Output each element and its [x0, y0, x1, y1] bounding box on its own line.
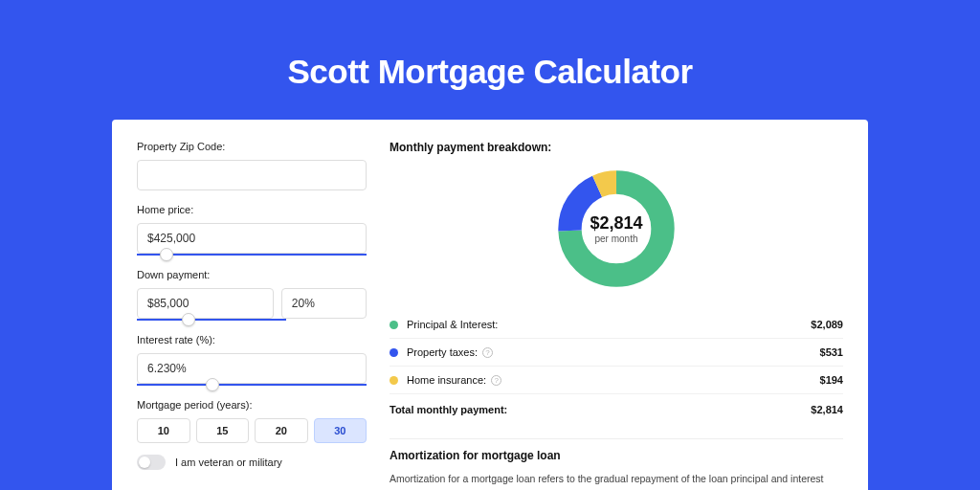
interest-slider-thumb[interactable]: [206, 378, 219, 391]
total-row: Total monthly payment: $2,814: [390, 394, 843, 423]
legend-row: Property taxes:?$531: [390, 339, 843, 367]
legend-item-label: Principal & Interest:: [407, 319, 811, 330]
interest-label: Interest rate (%):: [137, 334, 367, 345]
page-title: Scott Mortgage Calculator: [0, 53, 980, 91]
down-payment-slider[interactable]: [137, 319, 286, 321]
home-price-slider-thumb[interactable]: [160, 248, 173, 261]
down-payment-field: Down payment:: [137, 269, 367, 321]
total-value: $2,814: [811, 404, 843, 415]
period-button-10[interactable]: 10: [137, 418, 190, 443]
down-payment-pct-input[interactable]: [281, 288, 367, 319]
veteran-toggle-knob: [139, 457, 150, 468]
legend-dot-icon: [390, 376, 398, 385]
interest-slider[interactable]: [137, 384, 367, 386]
zip-field: Property Zip Code:: [137, 141, 367, 190]
home-price-field: Home price:: [137, 204, 367, 256]
amortization-text: Amortization for a mortgage loan refers …: [390, 472, 843, 490]
legend-dot-icon: [390, 348, 398, 357]
legend-list: Principal & Interest:$2,089Property taxe…: [390, 311, 843, 394]
period-button-15[interactable]: 15: [196, 418, 250, 443]
calculator-card: Property Zip Code: Home price: Down paym…: [112, 120, 868, 490]
donut-chart: $2,814 per month: [390, 167, 843, 290]
legend-item-value: $2,089: [811, 319, 843, 330]
interest-input[interactable]: [137, 353, 367, 384]
interest-field: Interest rate (%):: [137, 334, 367, 386]
amortization-title: Amortization for mortgage loan: [390, 449, 843, 462]
page-root: Scott Mortgage Calculator Property Zip C…: [0, 0, 980, 490]
legend-item-label: Property taxes:?: [407, 346, 820, 358]
zip-label: Property Zip Code:: [137, 141, 367, 152]
veteran-toggle[interactable]: [137, 455, 166, 470]
donut-total: $2,814: [590, 213, 642, 234]
veteran-row: I am veteran or military: [137, 455, 367, 470]
inputs-column: Property Zip Code: Home price: Down paym…: [137, 141, 367, 481]
legend-row: Home insurance:?$194: [390, 367, 843, 394]
breakdown-column: Monthly payment breakdown: $2,814 per mo…: [390, 141, 843, 481]
legend-item-label: Home insurance:?: [407, 374, 820, 386]
donut-center: $2,814 per month: [590, 213, 642, 244]
down-payment-input[interactable]: [137, 288, 274, 319]
legend-item-value: $194: [820, 374, 843, 386]
legend-dot-icon: [390, 321, 398, 329]
down-payment-label: Down payment:: [137, 269, 367, 280]
info-icon[interactable]: ?: [491, 375, 501, 386]
divider: [390, 438, 843, 439]
veteran-label: I am veteran or military: [175, 457, 282, 468]
home-price-label: Home price:: [137, 204, 367, 215]
down-payment-slider-thumb[interactable]: [182, 313, 195, 326]
period-button-30[interactable]: 30: [314, 418, 368, 443]
period-button-20[interactable]: 20: [255, 418, 308, 443]
legend-item-value: $531: [820, 346, 843, 358]
legend-row: Principal & Interest:$2,089: [390, 311, 843, 339]
total-label: Total monthly payment:: [390, 404, 811, 415]
zip-input[interactable]: [137, 160, 367, 190]
breakdown-title: Monthly payment breakdown:: [390, 141, 843, 154]
amortization-block: Amortization for mortgage loan Amortizat…: [390, 438, 843, 490]
period-label: Mortgage period (years):: [137, 399, 367, 411]
period-button-row: 10152030: [137, 418, 367, 443]
period-field: Mortgage period (years): 10152030: [137, 399, 367, 443]
info-icon[interactable]: ?: [482, 347, 493, 358]
donut-sub: per month: [590, 234, 642, 244]
home-price-slider[interactable]: [137, 254, 367, 256]
